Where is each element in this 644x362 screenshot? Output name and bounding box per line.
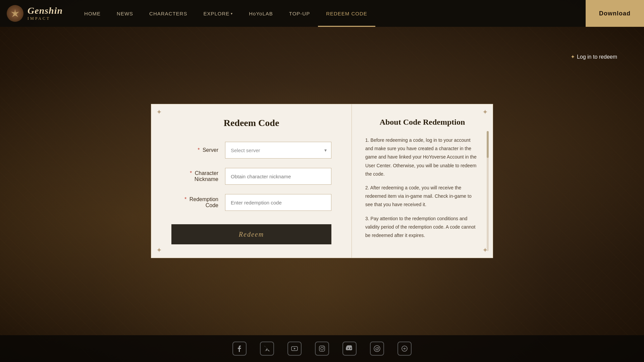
required-marker: *	[190, 170, 192, 176]
redeem-card: ✦ ✦ ✦ ✦ Redeem Code * Server Select serv…	[151, 104, 493, 258]
code-input[interactable]	[225, 194, 331, 211]
download-button[interactable]: Download	[586, 0, 644, 27]
svg-point-7	[376, 349, 377, 349]
nav-news[interactable]: NEWS	[109, 0, 141, 27]
social-instagram[interactable]	[315, 342, 329, 356]
nickname-label: * CharacterNickname	[171, 170, 225, 182]
svg-point-9	[378, 347, 379, 348]
social-discord[interactable]	[342, 342, 357, 356]
code-group: * RedemptionCode	[171, 194, 331, 211]
login-redeem-label: Log in to redeem	[577, 54, 617, 60]
login-to-redeem[interactable]: Log in to redeem	[571, 54, 617, 60]
scrollbar-track[interactable]	[487, 131, 489, 251]
nickname-input[interactable]	[225, 168, 331, 185]
about-point-3: 3. Pay attention to the redemption condi…	[365, 215, 479, 240]
scrollbar-thumb[interactable]	[487, 131, 489, 158]
svg-point-3	[321, 347, 323, 350]
footer	[0, 335, 644, 362]
server-label: * Server	[171, 147, 225, 153]
logo-name: Genshin	[28, 6, 63, 15]
server-select[interactable]: Select server America Europe Asia TW, HK…	[225, 142, 331, 159]
logo[interactable]: Genshin IMPACT	[7, 5, 63, 22]
code-label: * RedemptionCode	[171, 196, 225, 208]
social-youtube[interactable]	[287, 342, 302, 356]
nav-hoyolab[interactable]: HoYoLAB	[241, 0, 281, 27]
chevron-down-icon: ▾	[231, 12, 233, 15]
social-reddit[interactable]	[370, 342, 384, 356]
logo-icon	[7, 5, 23, 22]
about-point-1: 1. Before redeeming a code, log in to yo…	[365, 136, 479, 178]
server-group: * Server Select server America Europe As…	[171, 142, 331, 159]
svg-point-8	[378, 349, 378, 349]
form-title: Redeem Code	[171, 118, 331, 128]
svg-point-5	[374, 346, 380, 352]
corner-decoration-tl: ✦	[154, 107, 164, 117]
nickname-group: * CharacterNickname	[171, 168, 331, 185]
social-twitter[interactable]	[260, 342, 274, 356]
nav-characters[interactable]: CHARACTERS	[141, 0, 195, 27]
nav-redeem-code[interactable]: REDEEM CODE	[318, 0, 375, 27]
about-point-2: 2. After redeeming a code, you will rece…	[365, 184, 479, 209]
corner-decoration-bl: ✦	[154, 245, 164, 255]
redeem-button[interactable]: Redeem	[171, 224, 331, 244]
nav-topup[interactable]: TOP-UP	[281, 0, 318, 27]
navbar: Genshin IMPACT HOME NEWS CHARACTERS EXPL…	[0, 0, 644, 27]
nav-explore[interactable]: EXPLORE ▾	[195, 0, 241, 27]
nav-links: HOME NEWS CHARACTERS EXPLORE ▾ HoYoLAB T…	[76, 0, 608, 27]
svg-point-4	[323, 347, 324, 347]
logo-subtitle: IMPACT	[28, 16, 63, 21]
social-facebook[interactable]	[232, 342, 247, 356]
about-content: 1. Before redeeming a code, log in to yo…	[365, 136, 479, 243]
about-title: About Code Redemption	[365, 118, 479, 127]
logo-text: Genshin IMPACT	[28, 6, 63, 21]
social-hoyolab[interactable]	[397, 342, 412, 356]
nav-home[interactable]: HOME	[76, 0, 109, 27]
about-section: About Code Redemption 1. Before redeemin…	[352, 104, 493, 258]
form-section: Redeem Code * Server Select server Ameri…	[151, 104, 352, 258]
server-select-wrapper: Select server America Europe Asia TW, HK…	[225, 142, 331, 159]
required-marker: *	[198, 147, 200, 153]
required-marker: *	[184, 196, 186, 202]
